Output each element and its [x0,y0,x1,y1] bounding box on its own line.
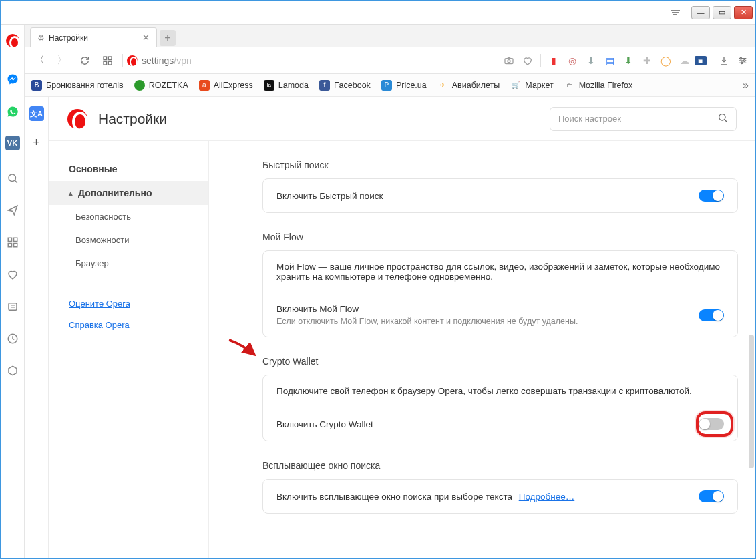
ext-circle-icon[interactable]: ◯ [657,52,675,69]
page-title: Настройки [98,111,167,127]
opera-logo-icon[interactable] [6,34,19,47]
easy-setup-button[interactable] [734,52,751,69]
ext-shield-icon[interactable]: ◎ [564,52,581,69]
nav-rate-opera[interactable]: Оцените Opera [49,293,208,314]
translate-badge-icon[interactable]: 文A [29,106,44,121]
bookmark-item[interactable]: BБронювання готелів [31,80,124,91]
row-enable-fast-search[interactable]: Включить Быстрый поиск [263,179,737,212]
opera-sidebar: VK [1,25,25,558]
browser-window: — ▭ ✕ VK [0,0,756,559]
bookmark-item[interactable]: ROZETKA [134,80,188,91]
nav-forward-button[interactable]: 〉 [51,50,73,71]
new-tab-button[interactable]: + [160,30,176,46]
heart-icon[interactable] [5,266,21,283]
messenger-icon[interactable] [5,71,21,87]
tab-settings[interactable]: ⚙ Настройки ✕ [30,27,157,47]
speed-dial-icon[interactable] [5,234,21,250]
toggle-fast-search[interactable] [699,190,724,202]
row-sublabel: Если отключить Мой Flow, никакой контент… [276,317,699,326]
heart-outline-icon[interactable] [519,52,536,69]
row-enable-popup-search[interactable]: Включить всплывающее окно поиска при выб… [263,480,737,513]
svg-point-21 [741,62,743,64]
bookmark-label: Lamoda [278,81,309,90]
svg-point-22 [719,114,725,120]
url-sub: /vpn [174,55,191,66]
svg-rect-5 [13,244,17,247]
snapshot-icon[interactable] [500,52,518,69]
row-text: Подключите свой телефон к браузеру Opera… [276,386,724,396]
window-titlebar: — ▭ ✕ [1,1,755,25]
send-icon[interactable] [5,202,21,218]
bookmark-item[interactable]: 🛒Маркет [510,80,553,91]
bookmark-label: Бронювання готелів [46,81,124,90]
svg-rect-4 [8,244,11,247]
window-minimize-button[interactable]: — [691,6,710,19]
row-label: Включить Crypto Wallet [276,419,699,429]
bookmark-label: Price.ua [396,81,427,90]
ext-image-icon[interactable]: ▣ [695,56,707,65]
settings-search-input[interactable]: Поиск настроек [550,107,737,131]
toggle-popup-search[interactable] [699,490,724,502]
nav-help-opera[interactable]: Справка Opera [49,314,208,335]
opera-menu-icon[interactable] [669,6,682,19]
window-close-button[interactable]: ✕ [734,6,753,19]
ext-download-icon[interactable]: ⬇ [582,52,600,69]
search-icon[interactable] [5,170,21,186]
bookmark-item[interactable]: PPrice.ua [381,80,427,91]
row-label: Включить всплывающее окно поиска при выб… [276,492,512,502]
bookmark-item[interactable]: laLamoda [264,80,309,91]
card-crypto-wallet: Подключите свой телефон к браузеру Opera… [262,375,738,441]
bookmark-item[interactable]: aAliExpress [199,80,253,91]
gear-icon: ⚙ [37,33,45,43]
search-placeholder: Поиск настроек [558,114,621,124]
bookmark-label: AliExpress [214,81,253,90]
site-icon [127,55,138,66]
downloads-button[interactable] [715,52,733,69]
history-icon[interactable] [5,331,21,347]
nav-features[interactable]: Возможности [49,228,208,252]
svg-line-1 [15,180,17,182]
news-icon[interactable] [5,299,21,315]
settings-mini-sidebar: 文A + [25,97,49,558]
reload-button[interactable] [74,50,96,71]
nav-browser[interactable]: Браузер [49,252,208,275]
bookmark-label: Mozilla Firefox [579,81,633,90]
window-maximize-button[interactable]: ▭ [713,6,731,19]
add-badge-button[interactable]: + [33,136,40,150]
nav-advanced[interactable]: Дополнительно [49,181,208,205]
nav-security[interactable]: Безопасность [49,205,208,228]
tab-title: Настройки [49,33,88,43]
vk-icon[interactable]: VK [5,136,20,150]
row-enable-my-flow[interactable]: Включить Мой Flow Если отключить Мой Flo… [263,293,737,337]
address-bar: 〈 〉 settings/vpn [25,47,755,74]
ext-adblock-icon[interactable]: ▮ [545,52,562,69]
svg-rect-14 [505,58,513,63]
bookmarks-bar: BБронювання готелів ROZETKA aAliExpress … [25,74,755,97]
scrollbar[interactable] [749,335,754,468]
row-enable-crypto-wallet[interactable]: Включить Crypto Wallet [263,407,737,441]
url-display[interactable]: settings/vpn [127,55,192,66]
svg-point-20 [743,59,745,61]
speed-dial-button[interactable] [97,50,118,71]
whatsapp-icon[interactable] [5,104,21,120]
bookmark-item[interactable]: 🗀Mozilla Firefox [564,80,633,91]
search-icon [717,112,728,125]
card-popup-search: Включить всплывающее окно поиска при выб… [262,479,738,514]
ext-puzzle-icon[interactable]: ✚ [638,52,656,69]
learn-more-link[interactable]: Подробнее… [519,492,575,502]
tab-close-icon[interactable]: ✕ [142,33,150,43]
bookmark-item[interactable]: fFacebook [319,80,371,91]
extensions-icon[interactable] [5,363,21,379]
ext-cloud-icon[interactable]: ☁ [676,52,693,69]
toggle-crypto-wallet[interactable] [699,418,724,430]
nav-back-button[interactable]: 〈 [29,50,50,71]
ext-translate-icon[interactable]: ▤ [601,52,618,69]
nav-basic[interactable]: Основные [49,157,208,181]
bookmark-item[interactable]: ✈Авиабилеты [437,80,500,91]
bookmark-label: Маркет [525,81,553,90]
ext-savefrom-icon[interactable]: ⬇ [620,52,637,69]
svg-rect-12 [104,61,107,65]
card-my-flow: Мой Flow — ваше личное пространство для … [262,250,738,337]
toggle-my-flow[interactable] [699,309,724,321]
bookmarks-overflow-icon[interactable]: » [743,79,749,91]
